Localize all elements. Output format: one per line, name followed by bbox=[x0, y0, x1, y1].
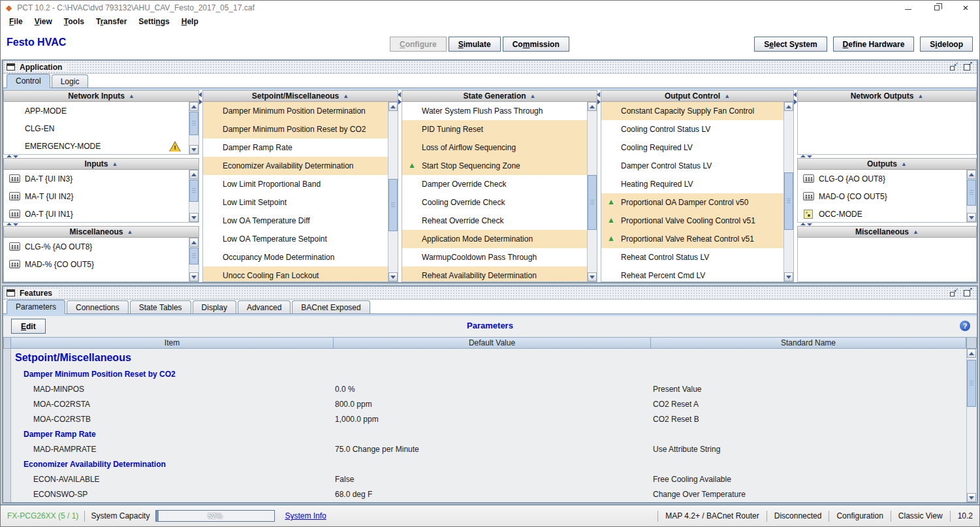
group-row-damper-minimum-position-reset-by-co2[interactable]: Damper Minimum Position Reset by CO2 bbox=[12, 366, 977, 381]
vertical-scrollbar[interactable] bbox=[966, 349, 977, 502]
vertical-scrollbar[interactable] bbox=[966, 170, 976, 222]
function-damper-minimum-position-determination[interactable]: ▲ Damper Minimum Position Determination bbox=[203, 102, 388, 120]
scroll-up-button[interactable] bbox=[967, 170, 976, 179]
input-da-t-ui-in3[interactable]: DA-T {UI IN3} ! bbox=[4, 170, 189, 187]
button-define-hardware[interactable]: Define Hardware bbox=[833, 37, 915, 52]
miscellaneous-left-header[interactable]: Miscellaneous ▲ bbox=[3, 226, 199, 238]
mode-button-commission[interactable]: Commission bbox=[503, 37, 569, 52]
scroll-thumb[interactable] bbox=[189, 180, 198, 202]
function-economizer-availability-determination[interactable]: ▲ Economizer Availability Determination bbox=[203, 157, 388, 175]
panel-minimize-icon[interactable]: ↙ bbox=[949, 289, 958, 297]
function-heating-required-lv[interactable]: ▲ Heating Required LV bbox=[601, 175, 783, 193]
output-occ-mode[interactable]: OCC-MODE ! bbox=[798, 205, 966, 222]
help-icon[interactable]: ? bbox=[960, 321, 970, 331]
features-panel-titlebar[interactable]: Features ↙ ↗ bbox=[3, 287, 977, 300]
scroll-up-button[interactable] bbox=[967, 349, 976, 358]
scroll-down-button[interactable] bbox=[189, 272, 198, 281]
scroll-down-button[interactable] bbox=[784, 272, 793, 281]
scroll-down-button[interactable] bbox=[189, 145, 198, 154]
input-oa-t-ui-in1[interactable]: OA-T {UI IN1} ! bbox=[4, 205, 189, 222]
function-proportional-valve-cooling-control-v51[interactable]: ▲ Proportional Valve Cooling Control v51 bbox=[601, 212, 783, 230]
setpoint-miscellaneous-header[interactable]: Setpoint/Miscellaneous ▲ bbox=[202, 90, 398, 102]
misc-io-mad-co-out5[interactable]: MAD-% {CO OUT5} ! bbox=[4, 255, 189, 273]
panel-maximize-icon[interactable]: ↗ bbox=[963, 63, 972, 71]
scroll-down-button[interactable] bbox=[189, 213, 198, 222]
scroll-thumb[interactable] bbox=[784, 172, 793, 230]
collapse-icon[interactable]: ▲ bbox=[917, 93, 923, 99]
vertical-scrollbar[interactable] bbox=[189, 170, 198, 222]
minimize-button[interactable] bbox=[904, 3, 913, 12]
section-splitter[interactable] bbox=[797, 223, 977, 226]
tab-parameters[interactable]: Parameters bbox=[7, 300, 65, 314]
function-water-system-flush-pass-through[interactable]: ▲ Water System Flush Pass Through bbox=[402, 102, 587, 120]
collapse-icon[interactable]: ▲ bbox=[901, 161, 907, 167]
vertical-scrollbar[interactable] bbox=[587, 102, 597, 281]
collapse-icon[interactable]: ▲ bbox=[530, 93, 536, 99]
section-splitter[interactable] bbox=[797, 155, 977, 158]
function-damper-ramp-rate[interactable]: ▲ Damper Ramp Rate bbox=[203, 138, 388, 157]
scroll-thumb[interactable] bbox=[967, 360, 976, 407]
column-header-item[interactable]: Item bbox=[11, 337, 334, 349]
menu-settings[interactable]: Settings bbox=[133, 16, 175, 27]
scroll-thumb[interactable] bbox=[967, 180, 976, 206]
column-header-standard-name[interactable]: Standard Name bbox=[651, 337, 966, 349]
network-input-clg-en[interactable]: CLG-EN ! bbox=[4, 120, 189, 137]
collapse-icon[interactable]: ▲ bbox=[913, 229, 919, 235]
scroll-down-button[interactable] bbox=[388, 272, 398, 281]
panel-maximize-icon[interactable]: ↗ bbox=[963, 289, 972, 297]
output-clg-o-ao-out8[interactable]: CLG-O {AO OUT8} ! bbox=[798, 170, 966, 187]
function-warmupcooldown-pass-through[interactable]: ▲ WarmupCooldown Pass Through bbox=[402, 248, 587, 266]
restore-button[interactable] bbox=[932, 3, 941, 12]
function-pid-tuning-reset[interactable]: ▲ PID Tuning Reset bbox=[402, 120, 587, 138]
button-select-system[interactable]: Select System bbox=[754, 37, 827, 52]
param-row-mad-ramprate[interactable]: MAD-RAMPRATE75.0 Change per MinuteUse At… bbox=[12, 441, 977, 456]
function-cooling-control-status-lv[interactable]: ▲ Cooling Control Status LV bbox=[601, 120, 783, 138]
function-low-limit-proportional-band[interactable]: ▲ Low Limit Proportional Band bbox=[203, 175, 388, 193]
group-row-damper-ramp-rate[interactable]: Damper Ramp Rate bbox=[12, 426, 977, 441]
mode-button-configure[interactable]: Configure bbox=[390, 37, 447, 52]
scroll-up-button[interactable] bbox=[189, 102, 198, 111]
scroll-up-button[interactable] bbox=[784, 102, 793, 111]
scroll-down-button[interactable] bbox=[588, 272, 597, 281]
function-occupancy-mode-determination[interactable]: ▲ Occupancy Mode Determination bbox=[203, 248, 388, 266]
menu-help[interactable]: Help bbox=[176, 16, 204, 27]
function-start-stop-sequencing-zone[interactable]: ▲ Start Stop Sequencing Zone bbox=[402, 157, 587, 175]
application-panel-titlebar[interactable]: Application ↙ ↗ bbox=[3, 61, 977, 74]
vertical-scrollbar[interactable] bbox=[388, 102, 398, 281]
function-proportional-valve-reheat-control-v51[interactable]: ▲ Proportional Valve Reheat Control v51 bbox=[601, 230, 783, 248]
function-reheat-control-status-lv[interactable]: ▲ Reheat Control Status LV bbox=[601, 248, 783, 266]
param-row-econswo-sp[interactable]: ECONSWO-SP68.0 deg FChange Over Temperat… bbox=[12, 487, 977, 502]
scroll-up-button[interactable] bbox=[388, 102, 398, 111]
function-loss-of-airflow-sequencing[interactable]: ▲ Loss of Airflow Sequencing bbox=[402, 138, 587, 157]
outputs-header[interactable]: Outputs ▲ bbox=[797, 158, 977, 170]
collapse-icon[interactable]: ▲ bbox=[724, 93, 730, 99]
scroll-down-button[interactable] bbox=[967, 493, 976, 502]
function-damper-minimum-position-reset-by-co2[interactable]: ▲ Damper Minimum Position Reset by CO2 bbox=[203, 120, 388, 138]
menu-file[interactable]: File bbox=[3, 16, 29, 27]
menu-view[interactable]: View bbox=[29, 16, 58, 27]
scroll-thumb[interactable] bbox=[189, 248, 198, 264]
network-input-app-mode[interactable]: APP-MODE ! bbox=[4, 102, 189, 120]
state-generation-header[interactable]: State Generation ▲ bbox=[402, 90, 597, 102]
close-button[interactable]: × bbox=[961, 3, 970, 12]
param-row-mad-minpos[interactable]: MAD-MINPOS0.0 %Present Value bbox=[12, 381, 977, 396]
function-low-limit-setpoint[interactable]: ▲ Low Limit Setpoint bbox=[203, 193, 388, 212]
collapse-icon[interactable]: ▲ bbox=[127, 229, 133, 235]
network-input-emergency-mode[interactable]: EMERGENCY-MODE ! bbox=[4, 137, 189, 154]
tab-bacnet-exposed[interactable]: BACnet Exposed bbox=[292, 300, 370, 313]
param-row-moa-co2rsta[interactable]: MOA-CO2RSTA800.0 ppmCO2 Reset A bbox=[12, 396, 977, 411]
vertical-scrollbar[interactable] bbox=[783, 102, 793, 281]
param-row-moa-co2rstb[interactable]: MOA-CO2RSTB1,000.0 ppmCO2 Reset B bbox=[12, 411, 977, 426]
function-application-mode-determination[interactable]: ▲ Application Mode Determination bbox=[402, 230, 587, 248]
output-mad-o-co-out5[interactable]: MAD-O {CO OUT5} ! bbox=[798, 187, 966, 205]
function-low-oa-temperature-diff[interactable]: ▲ Low OA Temperature Diff bbox=[203, 212, 388, 230]
collapse-icon[interactable]: ▲ bbox=[343, 93, 349, 99]
group-row-economizer-availability-determination[interactable]: Economizer Availability Determination bbox=[12, 456, 977, 471]
tab-state-tables[interactable]: State Tables bbox=[130, 300, 191, 313]
function-proportional-oa-damper-control-v50[interactable]: ▲ Proportional OA Damper Control v50 bbox=[601, 193, 783, 212]
column-header-default-value[interactable]: Default Value bbox=[334, 337, 651, 349]
network-inputs-header[interactable]: Network Inputs ▲ bbox=[3, 90, 199, 102]
scroll-thumb[interactable] bbox=[388, 179, 398, 231]
scroll-up-button[interactable] bbox=[189, 170, 198, 179]
scroll-thumb[interactable] bbox=[588, 175, 597, 230]
